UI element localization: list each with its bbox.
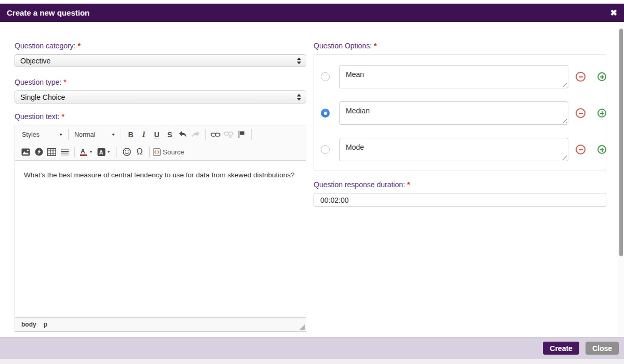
remove-option-icon[interactable] <box>576 72 586 82</box>
required-asterisk: * <box>374 42 376 50</box>
editor-toolbar: Styles Normal B I U S <box>15 125 306 161</box>
close-button[interactable]: Close <box>586 342 619 355</box>
source-button[interactable]: Source <box>153 148 184 156</box>
scrollbar-thumb[interactable] <box>619 29 623 256</box>
background-color-icon[interactable]: A <box>96 146 113 158</box>
svg-text:A: A <box>99 149 103 155</box>
create-button[interactable]: Create <box>543 342 579 355</box>
question-options-box: Mean Median Mode <box>314 54 606 171</box>
link-icon[interactable] <box>209 128 222 141</box>
question-options-label: Question Options:* <box>314 42 606 50</box>
option-radio-1[interactable] <box>321 72 330 81</box>
editor-content-area[interactable]: What’s the best measure of central tende… <box>15 161 306 318</box>
right-column: Question Options:* Mean Median Mode <box>314 42 606 207</box>
add-option-icon[interactable] <box>597 109 606 118</box>
horizontal-rule-icon[interactable] <box>58 146 71 158</box>
option-row-1: Mean <box>319 65 601 88</box>
add-option-icon[interactable] <box>597 72 606 81</box>
select-updown-icon <box>297 57 301 64</box>
modal-footer: Create Close <box>0 337 624 359</box>
italic-button[interactable]: I <box>137 128 150 141</box>
source-icon <box>153 148 161 156</box>
scrollbar-track[interactable] <box>618 23 624 337</box>
page-background-strip <box>0 359 624 364</box>
question-type-value: Single Choice <box>20 93 65 101</box>
remove-option-icon[interactable] <box>576 108 586 118</box>
option-radio-3[interactable] <box>321 145 330 154</box>
question-category-select[interactable]: Objective <box>15 54 306 67</box>
required-asterisk: * <box>407 180 410 189</box>
path-body[interactable]: body <box>21 321 36 328</box>
svg-text:A: A <box>81 148 85 155</box>
modal-title: Create a new question <box>7 8 89 17</box>
undo-icon[interactable] <box>176 128 189 141</box>
question-type-select[interactable]: Single Choice <box>15 90 306 103</box>
required-asterisk: * <box>78 42 81 50</box>
bold-button[interactable]: B <box>124 128 137 141</box>
remove-option-icon[interactable] <box>576 145 586 154</box>
format-dropdown[interactable]: Normal <box>72 128 118 141</box>
anchor-flag-icon[interactable] <box>235 128 248 141</box>
strike-button[interactable]: S <box>163 128 176 141</box>
smiley-icon[interactable] <box>120 146 133 158</box>
editor-elements-path: body p <box>15 317 306 331</box>
option-text-input-2[interactable]: Median <box>339 101 568 125</box>
duration-input[interactable] <box>314 193 606 207</box>
option-row-3: Mode <box>319 138 601 161</box>
styles-dropdown[interactable]: Styles <box>19 128 65 141</box>
chevron-down-icon <box>59 134 62 136</box>
toolbar-row-2: A A <box>15 144 306 160</box>
option-row-2: Median <box>319 101 601 125</box>
question-category-label: Question category:* <box>15 42 306 50</box>
question-category-value: Objective <box>20 57 50 65</box>
close-icon[interactable]: ✖ <box>610 4 617 22</box>
text-color-icon[interactable]: A <box>78 146 96 158</box>
required-asterisk: * <box>63 78 66 86</box>
option-radio-2[interactable] <box>321 109 330 118</box>
flash-icon[interactable] <box>32 146 45 158</box>
underline-button[interactable]: U <box>150 128 163 141</box>
question-text-label: Question text:* <box>15 112 306 121</box>
option-text-input-3[interactable]: Mode <box>339 138 568 161</box>
select-updown-icon <box>297 94 301 100</box>
unlink-icon[interactable] <box>222 128 235 141</box>
chevron-down-icon <box>112 134 115 136</box>
editor-resize-handle[interactable] <box>299 324 305 330</box>
path-p[interactable]: p <box>44 321 47 328</box>
modal-header: Create a new question ✖ <box>0 4 624 22</box>
rich-text-editor: Styles Normal B I U S <box>15 125 306 332</box>
image-icon[interactable] <box>19 146 32 158</box>
question-text-content: What’s the best measure of central tende… <box>24 171 297 179</box>
required-asterisk: * <box>61 112 64 121</box>
add-option-icon[interactable] <box>597 145 606 154</box>
special-char-omega-icon[interactable]: Ω <box>133 146 146 158</box>
option-text-input-1[interactable]: Mean <box>339 65 568 88</box>
toolbar-row-1: Styles Normal B I U S <box>15 125 306 144</box>
duration-label: Question response duration:* <box>314 180 606 189</box>
redo-icon[interactable] <box>189 128 202 141</box>
table-icon[interactable] <box>45 146 58 158</box>
left-column: Question category:* Objective Question t… <box>15 42 306 332</box>
question-type-label: Question type:* <box>15 78 306 86</box>
